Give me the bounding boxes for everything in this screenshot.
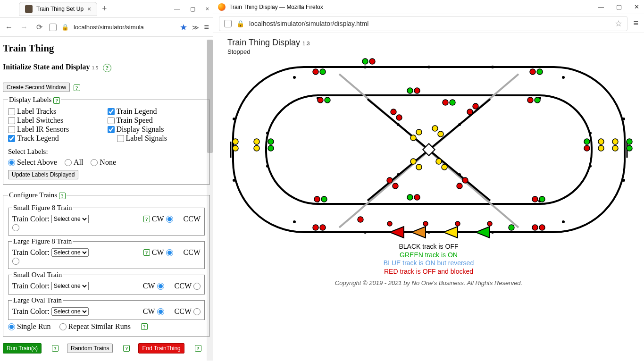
ccw-radio[interactable] — [193, 283, 201, 290]
back-button[interactable]: ← — [4, 23, 14, 32]
configure-trains-legend: Configure Trains? — [8, 191, 67, 199]
maximize-icon[interactable]: ▢ — [616, 3, 622, 10]
reload-button[interactable]: ⟳ — [34, 23, 44, 32]
svg-point-9 — [293, 76, 296, 79]
label-switches-checkbox[interactable] — [8, 117, 15, 124]
label-tracks-checkbox[interactable] — [8, 108, 15, 115]
help-icon[interactable]: ? — [195, 345, 201, 352]
train-color-select[interactable]: Select one — [51, 215, 89, 223]
help-icon[interactable]: ? — [53, 97, 60, 104]
tab-strip: Train Thing Set Up × + — ▢ × — [0, 0, 213, 18]
train-small-fig8: Small Figure 8 Train Train Color: Select… — [8, 204, 205, 236]
select-none-radio[interactable] — [91, 159, 98, 166]
label-ir-checkbox[interactable] — [8, 126, 15, 133]
svg-point-78 — [233, 145, 238, 151]
overflow-chevron-icon[interactable]: ≫ — [192, 24, 199, 31]
tab-title: Train Thing Set Up — [36, 6, 84, 12]
svg-point-56 — [438, 131, 443, 137]
svg-point-98 — [487, 221, 492, 226]
ccw-radio[interactable] — [166, 249, 173, 256]
minimize-icon[interactable]: — — [174, 6, 180, 12]
svg-point-17 — [491, 231, 494, 234]
train-color-select[interactable]: Select one — [51, 307, 89, 316]
maximize-icon[interactable]: ▢ — [190, 6, 195, 12]
single-run-radio[interactable] — [8, 323, 15, 330]
select-labels-title: Select Labels: — [8, 148, 205, 156]
svg-point-67 — [407, 194, 413, 200]
train-small-oval: Small Oval Train Train Color: Select one… — [8, 271, 205, 295]
svg-point-89 — [627, 139, 632, 144]
help-icon[interactable]: ? — [141, 323, 148, 330]
browser-tab[interactable]: Train Thing Set Up × — [19, 2, 97, 16]
help-icon[interactable]: ? — [143, 249, 150, 256]
svg-point-59 — [436, 159, 442, 164]
end-trainthing-button[interactable]: End TrainThing — [138, 343, 184, 354]
train-extra-radio[interactable] — [12, 258, 19, 265]
svg-point-97 — [455, 221, 460, 226]
track-legend: BLACK track is OFF GREEN track is ON BLU… — [221, 243, 636, 276]
menu-icon[interactable]: ≡ — [204, 22, 209, 32]
svg-point-53 — [410, 135, 416, 141]
svg-point-32 — [458, 123, 461, 126]
svg-point-10 — [364, 66, 367, 68]
ccw-radio[interactable] — [193, 308, 201, 315]
svg-point-83 — [584, 139, 590, 144]
svg-point-57 — [410, 159, 416, 164]
svg-point-76 — [539, 225, 545, 230]
svg-marker-92 — [411, 227, 426, 238]
repeat-runs-radio[interactable] — [59, 323, 67, 330]
ccw-radio[interactable] — [166, 216, 173, 223]
shield-icon[interactable] — [224, 20, 232, 27]
svg-point-34 — [458, 173, 461, 176]
svg-point-55 — [432, 126, 438, 131]
cw-radio[interactable] — [157, 308, 164, 315]
url-text[interactable]: localhost/simulator/simula — [74, 24, 175, 31]
track-legend-checkbox[interactable] — [8, 135, 15, 142]
shield-icon[interactable] — [49, 24, 57, 31]
train-color-select[interactable]: Select one — [51, 282, 89, 290]
svg-point-84 — [584, 145, 590, 151]
window-controls: — ▢ × — [174, 6, 209, 12]
svg-point-29 — [589, 132, 592, 135]
url-bar: 🔒 localhost/simulator/simulator/display.… — [213, 14, 644, 33]
train-color-select[interactable]: Select one — [51, 248, 89, 257]
help-icon[interactable]: ? — [59, 193, 66, 199]
help-icon[interactable]: ? — [143, 216, 150, 222]
display-labels-legend: Display Labels? — [8, 96, 61, 104]
favicon — [25, 5, 33, 13]
help-icon[interactable]: ? — [52, 345, 59, 352]
minimize-icon[interactable]: — — [598, 3, 604, 10]
help-icon[interactable]: ? — [74, 84, 80, 91]
forward-button[interactable]: → — [19, 23, 29, 32]
svg-point-60 — [442, 164, 447, 170]
lock-icon: 🔒 — [61, 24, 69, 31]
display-signals-checkbox[interactable] — [108, 126, 115, 133]
svg-point-74 — [509, 225, 514, 230]
url-field[interactable]: 🔒 localhost/simulator/simulator/display.… — [219, 16, 627, 31]
help-icon[interactable]: ? — [123, 345, 130, 352]
update-labels-button[interactable]: Update Labels Displayed — [8, 170, 78, 179]
help-icon[interactable]: ? — [103, 64, 111, 72]
train-extra-radio[interactable] — [12, 224, 19, 231]
page-title: Train Thing — [3, 42, 210, 54]
select-all-radio[interactable] — [65, 159, 72, 166]
svg-point-87 — [612, 139, 618, 144]
svg-point-79 — [254, 139, 259, 144]
train-legend-checkbox[interactable] — [108, 108, 115, 115]
run-trains-button[interactable]: Run Train(s) — [3, 343, 42, 354]
close-tab-icon[interactable]: × — [87, 5, 91, 13]
label-signals-checkbox[interactable] — [117, 135, 124, 142]
create-second-window-button[interactable]: Create Second Window — [3, 83, 70, 92]
close-window-icon[interactable]: × — [206, 6, 209, 12]
bookmark-star-icon[interactable]: ★ — [180, 22, 187, 33]
close-window-icon[interactable]: ✕ — [634, 3, 639, 10]
svg-marker-94 — [476, 227, 490, 238]
bookmark-star-icon[interactable]: ☆ — [615, 18, 622, 29]
cw-radio[interactable] — [157, 283, 164, 290]
select-above-radio[interactable] — [8, 159, 15, 166]
new-tab-button[interactable]: + — [102, 4, 107, 14]
train-speed-checkbox[interactable] — [108, 117, 115, 124]
menu-icon[interactable]: ≡ — [633, 18, 638, 28]
random-trains-button[interactable]: Random Trains — [67, 344, 113, 353]
train-large-oval: Large Oval Train Train Color: Select one… — [8, 296, 205, 320]
